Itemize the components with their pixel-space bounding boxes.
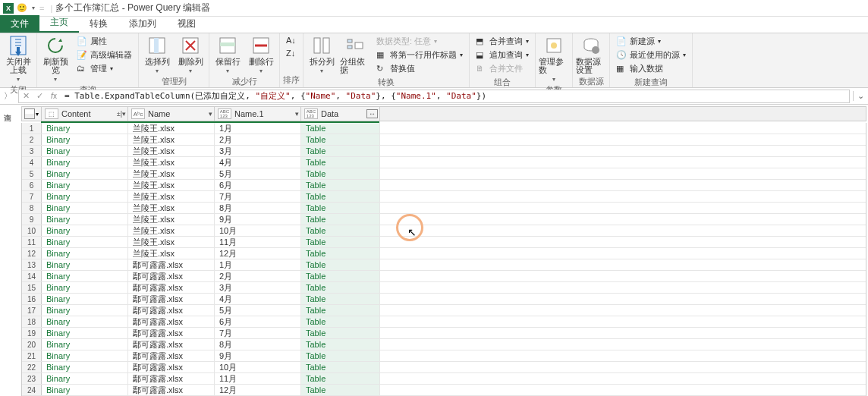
cell-name[interactable]: 兰陵王.xlsx (128, 180, 215, 190)
col-header-content[interactable]: ⬚ Content ±|▾ (42, 107, 128, 121)
cell-content[interactable]: Binary (42, 282, 128, 293)
cell-name1[interactable]: 8月 (215, 339, 301, 350)
table-row[interactable]: 20Binary鄢可露露.xlsx8月Table (22, 339, 866, 350)
table-row[interactable]: 5Binary兰陵王.xlsx5月Table (22, 168, 866, 180)
enter-data-button[interactable]: ▦输入数据 (613, 62, 689, 75)
cell-name1[interactable]: 6月 (215, 180, 301, 190)
cell-data[interactable]: Table (301, 134, 380, 145)
table-row[interactable]: 23Binary鄢可露露.xlsx11月Table (22, 373, 866, 385)
cell-name1[interactable]: 4月 (215, 294, 301, 304)
cell-data[interactable]: Table (301, 282, 380, 293)
cell-name1[interactable]: 7月 (215, 328, 301, 338)
cell-data[interactable]: Table (301, 157, 380, 168)
filter-dropdown-icon[interactable]: ▾ (209, 110, 212, 118)
row-number[interactable]: 18 (22, 316, 42, 327)
table-row[interactable]: 19Binary鄢可露露.xlsx7月Table (22, 328, 866, 339)
table-row[interactable]: 24Binary鄢可露露.xlsx12月Table (22, 385, 866, 396)
table-row[interactable]: 21Binary鄢可露露.xlsx9月Table (22, 350, 866, 362)
cell-name1[interactable]: 2月 (215, 134, 301, 145)
queries-pane-toggle[interactable]: 〉 (0, 90, 15, 102)
qat-dropdown-icon[interactable]: ▾ (32, 5, 35, 11)
cell-data[interactable]: Table (301, 316, 380, 327)
choose-cols-button[interactable]: 选择列 ▾ (142, 35, 172, 74)
cell-name1[interactable]: 10月 (215, 362, 301, 372)
cell-content[interactable]: Binary (42, 146, 128, 156)
new-source-button[interactable]: 📄新建源 ▾ (613, 35, 689, 48)
type-any-icon[interactable]: ABC123 (304, 108, 318, 119)
replace-button[interactable]: ↻替换值 (373, 62, 466, 75)
cell-content[interactable]: Binary (42, 271, 128, 281)
row-number[interactable]: 20 (22, 339, 42, 350)
cell-name1[interactable]: 5月 (215, 168, 301, 179)
cell-data[interactable]: Table (301, 271, 380, 281)
cell-data[interactable]: Table (301, 248, 380, 259)
table-row[interactable]: 10Binary兰陵王.xlsx10月Table (22, 225, 866, 237)
group-by-button[interactable]: 分组依据 (340, 35, 370, 74)
cell-name[interactable]: 鄢可露露.xlsx (128, 294, 215, 304)
cell-name1[interactable]: 11月 (215, 373, 301, 384)
cell-name1[interactable]: 9月 (215, 350, 301, 361)
table-row[interactable]: 17Binary鄢可露露.xlsx5月Table (22, 305, 866, 316)
filter-dropdown-icon[interactable]: ▾ (295, 110, 299, 118)
adv-editor-button[interactable]: 📝高级编辑器 (74, 49, 135, 61)
table-row[interactable]: 8Binary兰陵王.xlsx8月Table (22, 203, 866, 214)
table-row[interactable]: 12Binary兰陵王.xlsx12月Table (22, 248, 866, 259)
cell-name[interactable]: 兰陵王.xlsx (128, 225, 215, 236)
cell-content[interactable]: Binary (42, 385, 128, 395)
tab-view[interactable]: 视图 (167, 15, 206, 33)
cell-name[interactable]: 鄢可露露.xlsx (128, 259, 215, 270)
tab-file[interactable]: 文件 (0, 15, 39, 33)
row-number[interactable]: 4 (22, 157, 42, 168)
cell-content[interactable]: Binary (42, 180, 128, 190)
cell-name[interactable]: 兰陵王.xlsx (128, 134, 215, 145)
split-col-button[interactable]: 拆分列 ▾ (307, 35, 337, 74)
table-row[interactable]: 18Binary鄢可露露.xlsx6月Table (22, 316, 866, 328)
col-header-name[interactable]: Aᵇc Name ▾ (128, 107, 215, 121)
cell-content[interactable]: Binary (42, 214, 128, 225)
row-number[interactable]: 10 (22, 225, 42, 236)
row-number[interactable]: 19 (22, 328, 42, 338)
cell-data[interactable]: Table (301, 328, 380, 338)
cell-name1[interactable]: 1月 (215, 259, 301, 270)
col-header-data[interactable]: ABC123 Data ↔ (301, 107, 380, 121)
cell-data[interactable]: Table (301, 191, 380, 202)
cell-data[interactable]: Table (301, 350, 380, 361)
row-number[interactable]: 12 (22, 248, 42, 259)
cell-name1[interactable]: 2月 (215, 271, 301, 281)
table-row[interactable]: 11Binary兰陵王.xlsx11月Table (22, 237, 866, 248)
tab-home[interactable]: 主页 (39, 14, 79, 33)
table-row[interactable]: 3Binary兰陵王.xlsx3月Table (22, 146, 866, 157)
table-row[interactable]: 9Binary兰陵王.xlsx9月Table (22, 214, 866, 225)
cell-name[interactable]: 鄢可露露.xlsx (128, 305, 215, 316)
cell-data[interactable]: Table (301, 180, 380, 190)
row-number[interactable]: 6 (22, 180, 42, 190)
cell-content[interactable]: Binary (42, 259, 128, 270)
remove-rows-button[interactable]: 删除行 ▾ (246, 35, 276, 74)
cell-name[interactable]: 鄢可露露.xlsx (128, 373, 215, 384)
sort-asc-button[interactable]: A↓ (283, 35, 300, 47)
row-number[interactable]: 17 (22, 305, 42, 316)
row-number[interactable]: 16 (22, 294, 42, 304)
cell-data[interactable]: Table (301, 305, 380, 316)
combine-files-button[interactable]: 🗎合并文件 (473, 62, 532, 75)
cell-content[interactable]: Binary (42, 350, 128, 361)
table-row[interactable]: 1Binary兰陵王.xlsx1月Table (22, 123, 866, 134)
cell-data[interactable]: Table (301, 339, 380, 350)
first-row-header-button[interactable]: ▦将第一行用作标题 ▾ (373, 49, 466, 61)
cell-name1[interactable]: 12月 (215, 385, 301, 395)
cell-content[interactable]: Binary (42, 123, 128, 134)
table-row[interactable]: 2Binary兰陵王.xlsx2月Table (22, 134, 866, 146)
tab-addcol[interactable]: 添加列 (118, 15, 167, 33)
cell-name[interactable]: 鄢可露露.xlsx (128, 362, 215, 372)
cell-content[interactable]: Binary (42, 237, 128, 247)
cell-name[interactable]: 鄢可露露.xlsx (128, 339, 215, 350)
cell-name1[interactable]: 4月 (215, 157, 301, 168)
cell-content[interactable]: Binary (42, 316, 128, 327)
table-row[interactable]: 14Binary鄢可露露.xlsx2月Table (22, 271, 866, 282)
cell-content[interactable]: Binary (42, 373, 128, 384)
cell-name1[interactable]: 9月 (215, 214, 301, 225)
cell-data[interactable]: Table (301, 146, 380, 156)
sort-desc-button[interactable]: Z↓ (283, 48, 300, 60)
row-number[interactable]: 23 (22, 373, 42, 384)
manage-params-button[interactable]: 管理参数 ▾ (539, 35, 569, 83)
